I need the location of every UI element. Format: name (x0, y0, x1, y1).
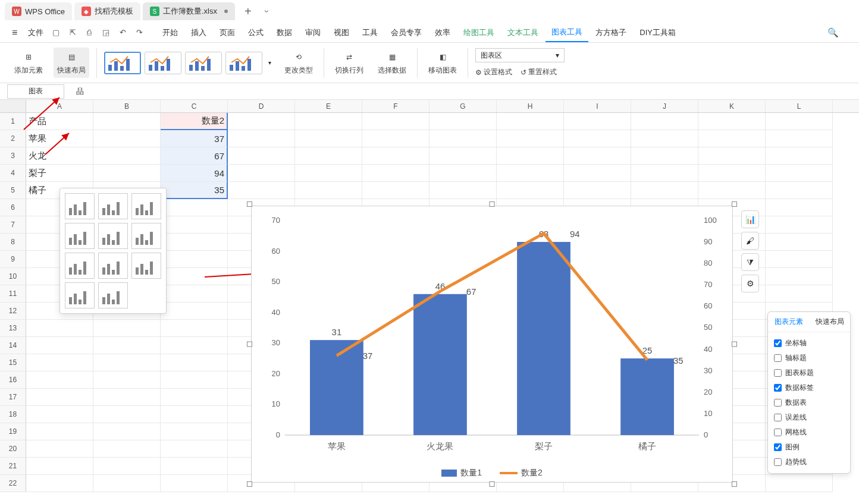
col-header[interactable]: E (295, 100, 362, 112)
cell[interactable] (766, 147, 833, 165)
cell[interactable] (93, 113, 161, 130)
row-header[interactable]: 3 (0, 147, 26, 165)
tab-menu-button[interactable]: › (262, 3, 272, 20)
layout-option[interactable] (131, 223, 161, 249)
cell[interactable] (766, 199, 833, 216)
cell[interactable] (161, 216, 228, 234)
col-header[interactable]: I (564, 100, 631, 112)
cell[interactable] (228, 130, 295, 147)
cell[interactable] (161, 199, 228, 216)
layout-option[interactable] (131, 253, 161, 279)
cell[interactable] (26, 475, 93, 492)
cell[interactable] (93, 389, 161, 406)
menu-formula[interactable]: 公式 (242, 24, 269, 42)
row-header[interactable]: 8 (0, 234, 26, 251)
menu-start[interactable]: 开始 (156, 24, 184, 42)
cell[interactable] (161, 320, 228, 337)
cell[interactable] (631, 182, 698, 199)
cell[interactable] (295, 165, 362, 182)
cell[interactable] (161, 406, 228, 423)
cell[interactable] (93, 337, 161, 354)
cell[interactable] (26, 440, 93, 458)
cell[interactable]: 67 (161, 147, 228, 165)
cell[interactable] (766, 285, 833, 303)
col-header[interactable]: C (161, 100, 228, 112)
cell[interactable] (564, 182, 631, 199)
set-format-button[interactable]: ⚙设置格式 (475, 67, 512, 77)
cell[interactable] (564, 113, 631, 130)
row-header[interactable]: 1 (0, 113, 26, 130)
name-box[interactable]: 图表 (7, 84, 64, 99)
row-header[interactable]: 21 (0, 458, 26, 475)
cell[interactable] (362, 130, 430, 147)
checkbox[interactable] (774, 429, 782, 436)
cell[interactable] (93, 423, 161, 440)
cell[interactable] (26, 389, 93, 406)
cell[interactable] (161, 458, 228, 475)
chart-brush-button[interactable]: 🖌 (741, 232, 759, 250)
cell[interactable] (295, 113, 362, 130)
chart-elements-button[interactable]: 📊 (741, 210, 759, 228)
menu-efficiency[interactable]: 效率 (429, 24, 456, 42)
cell[interactable] (631, 165, 698, 182)
cell[interactable] (93, 458, 161, 475)
chart-settings-button[interactable]: ⚙ (741, 275, 759, 292)
cell[interactable] (26, 423, 93, 440)
cell[interactable] (766, 216, 833, 234)
cell[interactable] (93, 475, 161, 492)
row-header[interactable]: 2 (0, 130, 26, 147)
col-header[interactable]: K (698, 100, 766, 112)
chart-filter-button[interactable]: ⧩ (741, 253, 759, 271)
cell[interactable]: 火龙 (26, 147, 93, 165)
cell[interactable] (766, 130, 833, 147)
redo-icon[interactable]: ↷ (134, 28, 145, 37)
menu-insert[interactable]: 插入 (185, 24, 212, 42)
col-header[interactable]: B (93, 100, 161, 112)
menu-member[interactable]: 会员专享 (385, 24, 428, 42)
cell[interactable] (698, 147, 766, 165)
col-header[interactable]: G (430, 100, 497, 112)
gallery-more-button[interactable]: ▾ (266, 57, 274, 68)
chart-style-2[interactable] (145, 52, 181, 74)
menu-page[interactable]: 页面 (214, 24, 241, 42)
move-chart-button[interactable]: ◧ 移动图表 (425, 48, 460, 78)
cell[interactable] (564, 130, 631, 147)
cell[interactable] (161, 389, 228, 406)
col-header[interactable]: A (26, 100, 93, 112)
cell[interactable] (161, 371, 228, 389)
layout-option[interactable] (98, 223, 128, 249)
select-all-corner[interactable] (0, 100, 26, 112)
layout-option[interactable] (65, 193, 95, 219)
cell[interactable] (93, 147, 161, 165)
element-checkbox-item[interactable]: 坐标轴 (774, 336, 844, 351)
menu-file[interactable]: 文件 (22, 24, 49, 42)
cell[interactable] (362, 147, 430, 165)
select-data-button[interactable]: ▦ 选择数据 (374, 48, 410, 78)
cell[interactable] (698, 182, 766, 199)
checkbox[interactable] (774, 369, 782, 377)
cell[interactable] (362, 182, 430, 199)
cell[interactable] (497, 113, 564, 130)
col-header[interactable]: F (362, 100, 430, 112)
cell[interactable] (766, 165, 833, 182)
cell[interactable] (228, 165, 295, 182)
element-checkbox-item[interactable]: 图例 (774, 440, 844, 455)
row-header[interactable]: 13 (0, 320, 26, 337)
cell[interactable] (295, 182, 362, 199)
col-header[interactable]: D (228, 100, 295, 112)
checkbox[interactable] (774, 443, 782, 451)
formula-input[interactable]: 品 (64, 86, 859, 97)
row-header[interactable]: 7 (0, 216, 26, 234)
cell[interactable] (766, 234, 833, 251)
cell[interactable] (564, 165, 631, 182)
cell[interactable] (631, 147, 698, 165)
change-type-button[interactable]: ⟲ 更改类型 (281, 48, 316, 78)
cell[interactable]: 94 (161, 165, 228, 182)
layout-option[interactable] (98, 282, 128, 308)
cell[interactable] (161, 268, 228, 285)
undo-icon[interactable]: ↶ (117, 28, 128, 37)
cell[interactable] (161, 234, 228, 251)
col-header[interactable]: L (766, 100, 833, 112)
cell[interactable] (766, 475, 833, 492)
cell[interactable] (430, 165, 497, 182)
